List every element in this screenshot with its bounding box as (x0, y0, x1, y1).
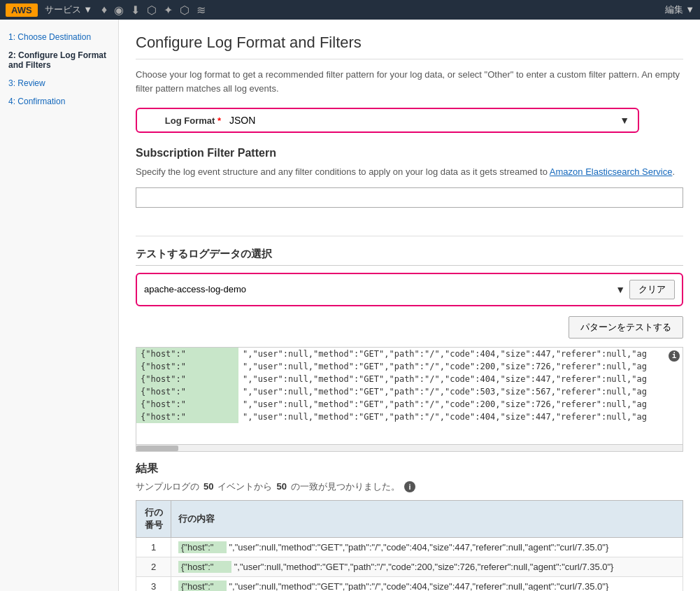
sidebar-item-review[interactable]: 3: Review (0, 74, 118, 92)
log-host-masked-5 (186, 399, 227, 410)
log-host-masked-2 (186, 361, 227, 372)
results-table-header-row: 行の番号 行の内容 (136, 500, 683, 537)
log-display-scrollbar[interactable] (136, 445, 683, 452)
results-row-content-2: {"host":" ","user":null,"method":"GET","… (171, 557, 683, 576)
edit-menu-button[interactable]: 編集 ▼ (665, 3, 694, 16)
log-format-dropdown-arrow: ▼ (620, 115, 629, 126)
log-data-select[interactable]: apache-access-log-demo other-log-demo (144, 284, 615, 294)
sidebar-link-choose-destination[interactable]: 1: Choose Destination (8, 32, 91, 42)
log-line-1: {"host":" ","user":null,"method":"GET","… (136, 348, 683, 360)
page-description: Choose your log format to get a recommen… (136, 68, 683, 95)
log-format-section: Log Format * JSON Amazon VPC Flow Logs A… (136, 108, 639, 133)
log-rest-1: ","user":null,"method":"GET","path":"/",… (238, 348, 683, 360)
results-row-content-3: {"host":" ","user":null,"method":"GET","… (171, 576, 683, 591)
nav-icon-2[interactable]: ◉ (112, 3, 126, 17)
nav-icon-6[interactable]: ⬡ (178, 3, 192, 17)
aws-menu-button[interactable]: AWS (6, 3, 38, 17)
results-info-suffix: の一致が見つかりました。 (291, 480, 400, 493)
results-info: サンプルログの 50 イベントから 50 の一致が見つかりました。 i (136, 480, 683, 493)
log-line-4: {"host":" ","user":null,"method":"GET","… (136, 385, 683, 398)
log-line-3: {"host":" ","user":null,"method":"GET","… (136, 373, 683, 385)
log-host-masked-6 (186, 411, 217, 422)
log-host-2: {"host":" (136, 360, 238, 373)
nav-icon-3[interactable]: ⬇ (129, 3, 142, 17)
log-display-area: i {"host":" ","user":null,"method":"GET"… (136, 347, 683, 445)
log-display-table: {"host":" ","user":null,"method":"GET","… (136, 348, 683, 423)
log-host-5: {"host":" (136, 398, 238, 411)
sidebar-item-confirmation[interactable]: 4: Confirmation (0, 92, 118, 111)
test-pattern-button[interactable]: パターンをテストする (569, 316, 683, 339)
results-table-row-3: 3 {"host":" ","user":null,"method":"GET"… (136, 576, 683, 591)
log-format-label-text: Log Format (165, 115, 215, 126)
log-format-select[interactable]: JSON Amazon VPC Flow Logs Apache Log Sys… (229, 115, 620, 126)
nav-icon-7[interactable]: ≋ (194, 3, 208, 17)
log-rest-5: ","user":null,"method":"GET","path":"/",… (238, 398, 683, 411)
result-host-2: {"host":" (178, 561, 231, 573)
log-rest-4: ","user":null,"method":"GET","path":"/",… (238, 385, 683, 398)
results-table-row-2: 2 {"host":" ","user":null,"method":"GET"… (136, 557, 683, 576)
results-row-num-1: 1 (136, 537, 171, 557)
results-info-middle: イベントから (217, 480, 272, 493)
log-rest-2: ","user":null,"method":"GET","path":"/",… (238, 360, 683, 373)
results-col-header-content: 行の内容 (171, 500, 683, 537)
log-line-6: {"host":" ","user":null,"method":"GET","… (136, 411, 683, 423)
test-pattern-row: パターンをテストする (136, 316, 683, 339)
log-data-section: apache-access-log-demo other-log-demo ▼ … (136, 273, 683, 306)
log-format-label: Log Format * (145, 115, 229, 126)
filter-pattern-input[interactable] (136, 187, 683, 208)
page-title: Configure Log Format and Filters (136, 34, 683, 59)
required-asterisk: * (215, 115, 221, 126)
sidebar: 1: Choose Destination 2: Configure Log F… (0, 20, 119, 591)
filter-description: Specify the log event structure and any … (136, 165, 683, 179)
log-host-masked-3 (186, 373, 217, 385)
result-rest-3: ","user":null,"method":"GET","path":"/",… (229, 581, 608, 592)
filter-description-end: . (672, 166, 675, 177)
log-rest-3: ","user":null,"method":"GET","path":"/",… (238, 373, 683, 385)
sidebar-link-review[interactable]: 3: Review (8, 78, 45, 88)
test-section-heading: テストするログデータの選択 (136, 248, 683, 266)
log-line-2: {"host":" ","user":null,"method":"GET","… (136, 360, 683, 373)
sidebar-item-choose-destination[interactable]: 1: Choose Destination (0, 28, 118, 46)
nav-icon-4[interactable]: ⬡ (145, 3, 159, 17)
log-rest-6: ","user":null,"method":"GET","path":"/",… (238, 411, 683, 423)
results-heading: 結果 (136, 462, 683, 476)
result-rest-1: ","user":null,"method":"GET","path":"/",… (229, 542, 608, 553)
results-row-content-1: {"host":" ","user":null,"method":"GET","… (171, 537, 683, 557)
result-host-1: {"host":" (178, 541, 227, 553)
sidebar-item-configure-log: 2: Configure Log Format and Filters (0, 46, 118, 74)
result-rest-2: ","user":null,"method":"GET","path":"/",… (234, 562, 614, 572)
results-row-num-2: 2 (136, 557, 171, 576)
log-host-masked-4 (186, 386, 217, 397)
results-table-row-1: 1 {"host":" ","user":null,"method":"GET"… (136, 537, 683, 557)
section-divider-1 (136, 236, 683, 236)
subscription-filter-heading: Subscription Filter Pattern (136, 147, 683, 159)
elasticsearch-link[interactable]: Amazon Elasticsearch Service (550, 166, 673, 177)
services-menu-button[interactable]: サービス ▼ (41, 2, 97, 17)
log-host-3: {"host":" (136, 373, 238, 385)
nav-icon-1[interactable]: ♦ (99, 3, 109, 16)
log-host-4: {"host":" (136, 385, 238, 398)
sidebar-active-label: 2: Configure Log Format and Filters (8, 50, 106, 70)
results-col-header-num: 行の番号 (136, 500, 171, 537)
log-data-dropdown-arrow: ▼ (615, 284, 625, 295)
results-row-num-3: 3 (136, 576, 171, 591)
results-info-total: 50 (203, 481, 213, 492)
log-host-6: {"host":" (136, 411, 238, 423)
results-info-icon[interactable]: i (404, 481, 415, 492)
main-content: Configure Log Format and Filters Choose … (119, 20, 700, 591)
log-host-masked-1 (186, 348, 217, 359)
results-info-prefix: サンプルログの (136, 480, 199, 493)
top-nav: AWS サービス ▼ ♦ ◉ ⬇ ⬡ ✦ ⬡ ≋ 編集 ▼ (0, 0, 700, 20)
log-line-5: {"host":" ","user":null,"method":"GET","… (136, 398, 683, 411)
clear-button[interactable]: クリア (629, 280, 675, 299)
results-info-match: 50 (276, 481, 286, 492)
sidebar-link-confirmation[interactable]: 4: Confirmation (8, 97, 65, 106)
log-host-1: {"host":" (136, 348, 238, 360)
log-display-info-icon[interactable]: i (669, 350, 680, 362)
result-host-3: {"host":" (178, 581, 227, 592)
filter-description-text: Specify the log event structure and any … (136, 166, 550, 177)
results-table: 行の番号 行の内容 1 {"host":" ","user":null,"met… (136, 500, 683, 592)
log-display-scrollbar-thumb[interactable] (136, 446, 178, 451)
nav-icon-5[interactable]: ✦ (162, 3, 175, 17)
main-layout: 1: Choose Destination 2: Configure Log F… (0, 20, 700, 591)
